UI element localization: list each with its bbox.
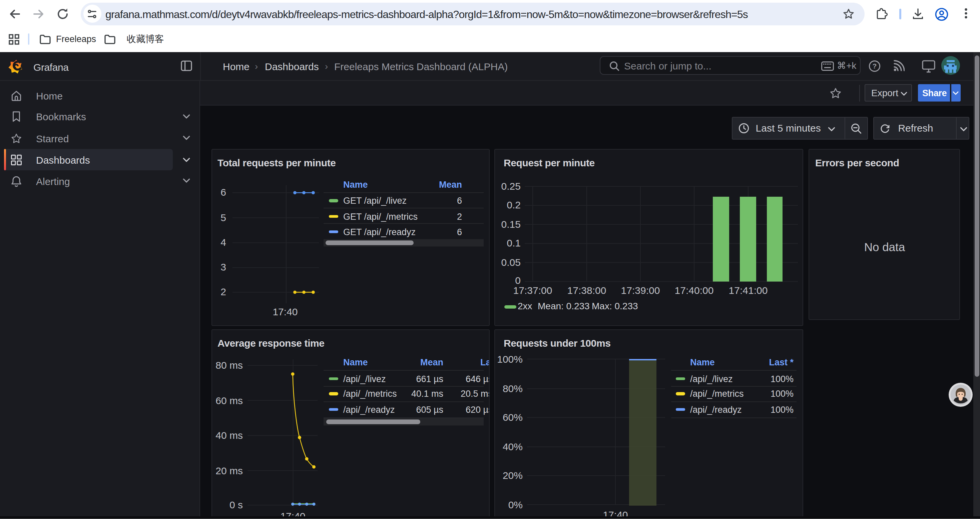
svg-text:?: ?	[873, 62, 877, 70]
